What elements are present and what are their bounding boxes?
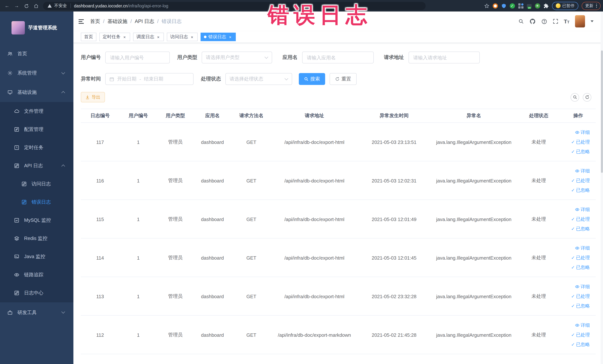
cell-status: 未处理 <box>517 139 561 145</box>
browser-forward-icon[interactable]: → <box>12 3 22 9</box>
extension-grid-icon[interactable] <box>518 3 523 8</box>
tab-home[interactable]: 首页 <box>81 33 96 41</box>
address-bar[interactable]: 不安全 dashboard.yudao.iocoder.cn/infra/log… <box>43 2 426 10</box>
avatar-dropdown-icon[interactable] <box>591 20 593 22</box>
column-header: 日志编号 <box>81 112 119 119</box>
request-url-input[interactable] <box>408 52 480 63</box>
ignore-link[interactable]: ✓已忽略 <box>571 303 590 309</box>
ignore-link[interactable]: ✓已忽略 <box>571 187 590 193</box>
fullscreen-icon[interactable] <box>553 19 558 24</box>
check-icon: ✓ <box>571 217 575 222</box>
sidebar-toggle-icon[interactable] <box>77 18 85 25</box>
scrollbar-thumb[interactable] <box>601 50 603 173</box>
close-icon[interactable]: × <box>228 35 232 39</box>
sidebar-item-access-log[interactable]: 访问日志 <box>0 175 73 193</box>
sidebar-item-apilog[interactable]: API 日志 <box>0 156 73 175</box>
cell-user-id: 1 <box>119 294 157 299</box>
process-link[interactable]: ✓已处理 <box>571 139 590 145</box>
extension-on-badge-icon[interactable] <box>527 4 532 8</box>
browser-menu-icon[interactable] <box>596 4 597 8</box>
detail-link[interactable]: 详细 <box>575 206 590 213</box>
sidebar-item-system[interactable]: 系统管理 <box>0 63 73 83</box>
sidebar-logo[interactable]: 芋道管理系统 <box>0 12 73 37</box>
action-label: 已忽略 <box>576 226 590 232</box>
tab-schedule-log[interactable]: 调度日志× <box>133 33 164 41</box>
reset-button[interactable]: 重置 <box>330 73 357 85</box>
process-link[interactable]: ✓已处理 <box>571 177 590 184</box>
sidebar-item-config[interactable]: 配置管理 <box>0 120 73 138</box>
screenshot-root: ← → 不安全 dashboard.yudao.iocoder.cn/infra… <box>0 0 603 364</box>
browser-update-button[interactable]: 更新 <box>581 2 601 10</box>
sidebar-item-mysql[interactable]: MySQL 监控 <box>0 211 73 229</box>
tab-access-log[interactable]: 访问日志× <box>167 33 197 41</box>
browser-reload-icon[interactable] <box>22 3 31 9</box>
tab-error-log[interactable]: 错误日志× <box>201 33 236 41</box>
sidebar-item-infra[interactable]: 基础设施 <box>0 83 73 102</box>
bookmark-star-icon[interactable] <box>484 3 489 8</box>
cell-log-id: 116 <box>81 178 119 183</box>
extension-shield-icon[interactable] <box>501 3 506 8</box>
sidebar-item-trace[interactable]: 链路追踪 <box>0 266 73 284</box>
process-link[interactable]: ✓已处理 <box>571 255 590 261</box>
font-size-icon[interactable]: TT <box>564 18 569 24</box>
breadcrumb-item[interactable]: 首页 <box>90 18 100 25</box>
browser-back-icon[interactable]: ← <box>2 3 12 9</box>
detail-link[interactable]: 详细 <box>575 168 590 174</box>
table-row: 114 1 管理员 dashboard GET /api/infra/db-do… <box>81 238 596 277</box>
sidebar-item-redis[interactable]: Redis 监控 <box>0 229 73 247</box>
app-name-input[interactable] <box>302 52 373 63</box>
github-icon[interactable] <box>529 18 535 24</box>
ignore-link[interactable]: ✓已忽略 <box>571 226 590 232</box>
user-type-select[interactable]: 请选择用户类型 <box>202 52 272 63</box>
sidebar-item-home[interactable]: 首页 <box>0 44 73 63</box>
refresh-button[interactable] <box>583 93 591 101</box>
toggle-search-button[interactable] <box>570 93 579 101</box>
extension-orange-icon[interactable] <box>493 3 498 8</box>
status-select[interactable]: 请选择处理状态 <box>225 73 292 85</box>
browser-home-icon[interactable] <box>31 3 41 9</box>
sidebar-item-error-log[interactable]: 错误日志 <box>0 193 73 211</box>
sidebar-item-java[interactable]: Java 监控 <box>0 247 73 266</box>
date-range-picker[interactable]: 开始日期 - 结束日期 <box>105 73 194 85</box>
process-link[interactable]: ✓已处理 <box>571 332 590 338</box>
sidebar-item-job[interactable]: 定时任务 <box>0 138 73 156</box>
close-icon[interactable]: × <box>156 35 161 39</box>
extension-check-icon[interactable]: ✓ <box>510 3 515 8</box>
profile-paused-button[interactable]: 已暂停 <box>552 2 578 10</box>
sidebar-item-devtool[interactable]: 研发工具 <box>0 302 73 323</box>
export-button[interactable]: 导出 <box>81 92 105 102</box>
sidebar-item-logcenter[interactable]: 日志中心 <box>0 284 73 302</box>
process-link[interactable]: ✓已处理 <box>571 216 590 222</box>
user-id-input[interactable] <box>105 52 170 63</box>
breadcrumb-current: 错误日志 <box>162 18 182 25</box>
cell-url: /api/infra/db-doc/export-html <box>271 139 357 145</box>
sidebar-item-file[interactable]: 文件管理 <box>0 102 73 120</box>
ignore-link[interactable]: ✓已忽略 <box>571 264 590 270</box>
breadcrumb-item[interactable]: API 日志 <box>135 18 154 25</box>
cell-user-type: 管理员 <box>157 331 194 338</box>
help-icon[interactable] <box>541 18 547 24</box>
sidebar-item-label: 定时任务 <box>24 144 43 151</box>
breadcrumb-item[interactable]: 基础设施 <box>107 18 128 25</box>
detail-link[interactable]: 详细 <box>575 283 590 290</box>
detail-link[interactable]: 详细 <box>575 129 590 136</box>
detail-link[interactable]: 详细 <box>575 245 590 251</box>
close-icon[interactable]: × <box>190 35 194 39</box>
extension-sprout-icon[interactable]: ✳ <box>535 3 540 8</box>
detail-link[interactable]: 详细 <box>575 322 590 329</box>
user-avatar[interactable] <box>575 15 585 27</box>
range-separator: - <box>139 76 141 82</box>
search-icon[interactable] <box>518 19 524 24</box>
filter-label: 用户类型 <box>177 54 197 61</box>
sidebar-item-label: API 日志 <box>24 162 43 169</box>
process-link[interactable]: ✓已处理 <box>571 293 590 299</box>
tab-job[interactable]: 定时任务× <box>99 33 130 41</box>
cell-url: /api/infra/db-doc/export-html <box>271 216 357 222</box>
search-icon <box>304 77 308 81</box>
extensions-puzzle-icon[interactable] <box>543 3 548 8</box>
ignore-link[interactable]: ✓已忽略 <box>571 341 590 348</box>
close-icon[interactable]: × <box>122 35 127 39</box>
ignore-link[interactable]: ✓已忽略 <box>571 149 590 155</box>
search-button[interactable]: 搜索 <box>299 73 325 85</box>
cell-method: GET <box>231 294 271 299</box>
